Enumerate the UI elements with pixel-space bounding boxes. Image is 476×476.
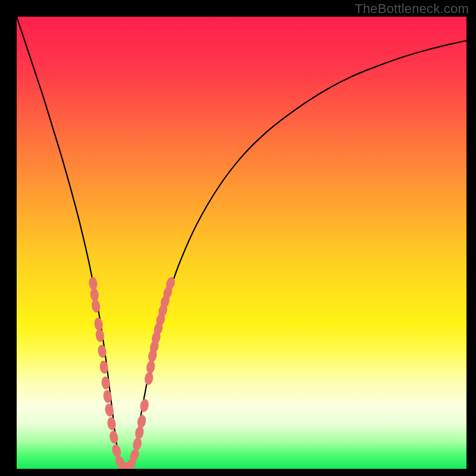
curve-marker xyxy=(146,360,156,374)
marker-cluster xyxy=(88,276,176,469)
chart-frame: TheBottleneck.com xyxy=(0,0,476,476)
watermark-text: TheBottleneck.com xyxy=(355,1,469,17)
curve-marker xyxy=(107,416,117,431)
curve-marker xyxy=(90,288,100,302)
curve-marker xyxy=(139,399,149,413)
plot-area xyxy=(17,17,466,469)
curve-marker xyxy=(108,430,119,444)
curve-marker xyxy=(134,425,145,440)
curve-marker xyxy=(144,371,154,386)
curve-marker xyxy=(136,414,147,428)
curve-marker xyxy=(111,443,122,458)
curve-marker xyxy=(131,437,142,451)
curve-marker xyxy=(91,299,101,314)
bottleneck-curve xyxy=(17,17,466,469)
curve-marker xyxy=(88,277,98,291)
